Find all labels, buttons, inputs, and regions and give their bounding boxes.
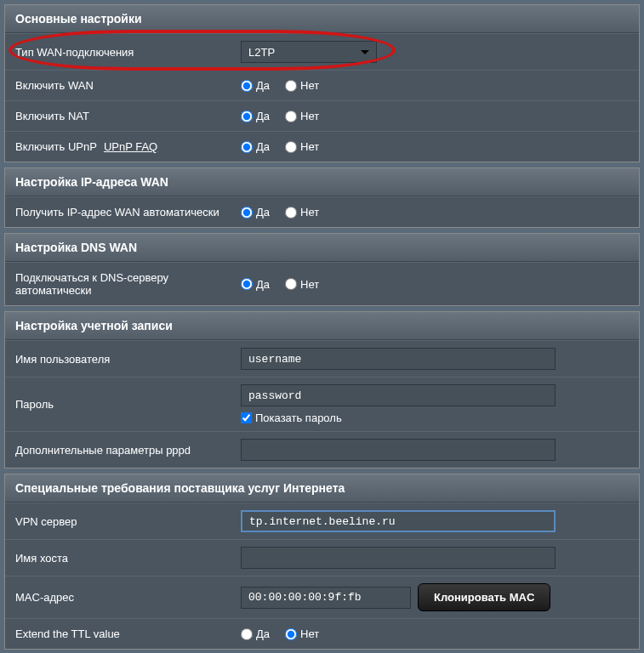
enable-wan-yes-radio[interactable]	[241, 80, 253, 92]
radio-no-label: Нет	[300, 79, 319, 92]
clone-mac-button[interactable]: Клонировать MAC	[418, 583, 550, 611]
enable-wan-no-radio[interactable]	[285, 80, 297, 92]
row-ttl: Extend the TTL value Да Нет	[5, 618, 639, 649]
enable-nat-label: Включить NAT	[5, 101, 231, 131]
auto-dns-no-radio[interactable]	[285, 278, 297, 290]
enable-nat-yes-radio[interactable]	[241, 111, 253, 122]
row-enable-wan: Включить WAN Да Нет	[5, 70, 639, 100]
enable-upnp-label: Включить UPnP	[15, 140, 97, 153]
wan-type-label: Тип WAN-подключения	[5, 34, 231, 70]
section-basic: Основные настройки Тип WAN-подключения L…	[4, 4, 640, 162]
row-username: Имя пользователя	[5, 340, 639, 377]
radio-yes-label: Да	[256, 206, 270, 219]
pppd-label: Дополнительные параметры pppd	[5, 432, 231, 468]
section-header-account: Настройка учетной записи	[5, 312, 639, 340]
mac-input[interactable]	[241, 587, 411, 609]
section-header-basic: Основные настройки	[5, 5, 639, 33]
ttl-label: Extend the TTL value	[5, 619, 231, 649]
wan-type-select[interactable]: L2TP	[241, 41, 377, 63]
enable-wan-label: Включить WAN	[5, 71, 231, 100]
username-label: Имя пользователя	[5, 341, 231, 377]
hostname-input[interactable]	[241, 547, 556, 569]
hostname-label: Имя хоста	[5, 540, 231, 576]
row-enable-nat: Включить NAT Да Нет	[5, 100, 639, 131]
radio-yes-label: Да	[256, 627, 270, 640]
section-header-isp: Специальные требования поставщика услуг …	[5, 474, 639, 503]
radio-no-label: Нет	[300, 627, 319, 640]
row-wan-type: Тип WAN-подключения L2TP	[5, 33, 639, 70]
pppd-input[interactable]	[241, 439, 556, 461]
enable-upnp-yes-radio[interactable]	[241, 141, 253, 153]
auto-dns-yes-radio[interactable]	[241, 278, 253, 290]
row-mac-address: MAC-адрес Клонировать MAC	[5, 576, 639, 618]
section-header-wan-ip: Настройка IP-адреса WAN	[5, 168, 639, 196]
section-wan-ip: Настройка IP-адреса WAN Получить IP-адре…	[4, 168, 640, 228]
vpn-label: VPN сервер	[5, 503, 231, 539]
ttl-no-radio[interactable]	[285, 628, 297, 640]
row-hostname: Имя хоста	[5, 539, 639, 576]
enable-nat-no-radio[interactable]	[285, 111, 297, 122]
auto-ip-yes-radio[interactable]	[241, 207, 253, 219]
row-vpn-server: VPN сервер	[5, 503, 639, 539]
mac-label: MAC-адрес	[5, 576, 231, 618]
section-isp: Специальные требования поставщика услуг …	[4, 474, 640, 650]
row-auto-ip: Получить IP-адрес WAN автоматически Да Н…	[5, 196, 639, 227]
password-label: Пароль	[5, 378, 231, 431]
radio-yes-label: Да	[256, 110, 270, 122]
upnp-faq-link[interactable]: UPnP FAQ	[104, 140, 157, 153]
auto-ip-label: Получить IP-адрес WAN автоматически	[5, 197, 231, 227]
radio-no-label: Нет	[300, 206, 319, 219]
section-dns: Настройка DNS WAN Подключаться к DNS-сер…	[4, 233, 640, 306]
row-pppd: Дополнительные параметры pppd	[5, 431, 639, 468]
radio-no-label: Нет	[300, 110, 319, 122]
radio-no-label: Нет	[300, 278, 319, 291]
radio-yes-label: Да	[256, 140, 270, 153]
section-header-dns: Настройка DNS WAN	[5, 234, 639, 262]
show-password-label: Показать пароль	[255, 412, 342, 424]
radio-no-label: Нет	[300, 140, 319, 153]
enable-upnp-no-radio[interactable]	[285, 141, 297, 153]
row-password: Пароль Показать пароль	[5, 377, 639, 431]
row-enable-upnp: Включить UPnP UPnP FAQ Да Нет	[5, 131, 639, 162]
ttl-yes-radio[interactable]	[241, 628, 253, 640]
row-auto-dns: Подключаться к DNS-серверу автоматически…	[5, 262, 639, 305]
auto-dns-label: Подключаться к DNS-серверу автоматически	[5, 263, 231, 305]
show-password-checkbox[interactable]	[241, 412, 252, 423]
radio-yes-label: Да	[256, 278, 270, 291]
password-input[interactable]	[241, 384, 556, 406]
section-account: Настройка учетной записи Имя пользовател…	[4, 311, 640, 468]
auto-ip-no-radio[interactable]	[285, 207, 297, 219]
radio-yes-label: Да	[256, 79, 270, 92]
vpn-server-input[interactable]	[241, 510, 556, 532]
username-input[interactable]	[241, 348, 556, 370]
